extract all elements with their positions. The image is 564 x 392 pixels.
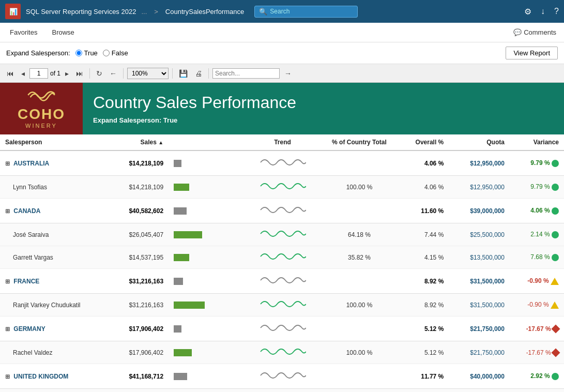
person-bar bbox=[169, 223, 247, 246]
indicator-green bbox=[552, 207, 559, 215]
col-quota: Quota bbox=[449, 134, 510, 150]
country-bar bbox=[169, 199, 247, 223]
comments-button[interactable]: 💬 Comments bbox=[513, 28, 556, 36]
indicator-yellow bbox=[551, 301, 559, 309]
search-icon: 🔍 bbox=[259, 8, 267, 16]
country-name: ⊞ GERMANY bbox=[0, 316, 108, 341]
top-nav: 📊 SQL Server Reporting Services 2022 ...… bbox=[0, 0, 564, 23]
svg-text:📊: 📊 bbox=[9, 7, 18, 16]
person-sales: $17,906,402 bbox=[108, 341, 169, 364]
settings-icon[interactable]: ⚙ bbox=[524, 7, 531, 17]
zoom-select[interactable]: 100% 25% 50% 75% 125% 150% 200% bbox=[127, 68, 169, 79]
logo-graphic bbox=[26, 88, 57, 104]
person-variance: -17.67 % bbox=[510, 341, 564, 364]
country-overall: 4.06 % bbox=[400, 150, 449, 176]
col-sales[interactable]: Sales ▲ bbox=[108, 134, 169, 150]
expand-icon[interactable]: ⊞ bbox=[5, 160, 10, 167]
expand-icon[interactable]: ⊞ bbox=[5, 326, 10, 332]
breadcrumb[interactable]: CountrySalesPerformance bbox=[165, 8, 244, 16]
report-search-input[interactable] bbox=[212, 68, 280, 79]
radio-true[interactable]: True bbox=[75, 49, 98, 57]
person-quota: $25,500,000 bbox=[449, 223, 510, 246]
person-trend bbox=[247, 389, 318, 393]
country-quota: $31,500,000 bbox=[449, 269, 510, 294]
expand-icon[interactable]: ⊞ bbox=[5, 373, 10, 380]
country-trend bbox=[247, 364, 318, 389]
person-quota: $21,750,000 bbox=[449, 341, 510, 364]
param-row: Expand Salesperson: True False View Repo… bbox=[0, 42, 564, 64]
country-bar bbox=[169, 269, 247, 294]
col-overall: Overall % bbox=[400, 134, 449, 150]
comments-icon: 💬 bbox=[513, 28, 522, 36]
app-name: SQL Server Reporting Services 2022 bbox=[26, 8, 136, 16]
country-trend bbox=[247, 316, 318, 341]
radio-false-input[interactable] bbox=[103, 50, 110, 56]
person-overall: 4.06 % bbox=[400, 176, 449, 199]
person-trend bbox=[247, 294, 318, 316]
person-sales: $31,216,163 bbox=[108, 294, 169, 316]
help-icon[interactable]: ? bbox=[554, 7, 559, 16]
person-overall: 4.15 % bbox=[400, 246, 449, 269]
country-label: GERMANY bbox=[13, 325, 45, 333]
prev-page-button[interactable]: ◂ bbox=[19, 68, 27, 79]
radio-false[interactable]: False bbox=[103, 49, 128, 57]
person-country-pct: 100.00 % bbox=[318, 389, 400, 393]
person-sales: $14,537,195 bbox=[108, 246, 169, 269]
search-go-button[interactable]: → bbox=[282, 68, 294, 79]
country-sales: $41,168,712 bbox=[108, 364, 169, 389]
radio-true-input[interactable] bbox=[75, 50, 82, 56]
person-trend bbox=[247, 246, 318, 269]
person-overall: 8.92 % bbox=[400, 294, 449, 316]
country-pct bbox=[318, 199, 400, 223]
data-section: Salesperson Sales ▲ Trend % of Country T… bbox=[0, 134, 564, 392]
last-page-button[interactable]: ⏭ bbox=[73, 68, 86, 79]
table-body: ⊞ AUSTRALIA $14,218,109 4.06 % $12,950,0… bbox=[0, 150, 564, 392]
first-page-button[interactable]: ⏮ bbox=[4, 68, 17, 79]
expand-icon[interactable]: ⊞ bbox=[5, 208, 10, 214]
breadcrumb-sep: > bbox=[154, 8, 158, 16]
next-page-button[interactable]: ▸ bbox=[63, 68, 71, 79]
search-input[interactable] bbox=[270, 8, 353, 15]
save-button[interactable]: 💾 bbox=[176, 68, 190, 79]
logo-winery: WINERY bbox=[25, 123, 57, 129]
country-quota: $21,750,000 bbox=[449, 316, 510, 341]
download-icon[interactable]: ↓ bbox=[541, 7, 545, 16]
country-label: CANADA bbox=[13, 207, 40, 215]
person-sales: $41,168,712 bbox=[108, 389, 169, 393]
report-title-area: Country Sales Performance Expand Salespe… bbox=[83, 85, 307, 132]
indicator-green bbox=[552, 254, 559, 261]
person-name: Lynn Tsofias bbox=[0, 176, 108, 199]
search-box[interactable]: 🔍 bbox=[254, 6, 358, 18]
favorites-link[interactable]: Favorites bbox=[8, 24, 39, 40]
country-name: ⊞ UNITED KINGDOM bbox=[0, 364, 108, 389]
person-country-pct: 35.82 % bbox=[318, 246, 400, 269]
toolbar-sep-2 bbox=[123, 68, 124, 79]
sales-table: Salesperson Sales ▲ Trend % of Country T… bbox=[0, 134, 564, 392]
person-country-pct: 100.00 % bbox=[318, 294, 400, 316]
country-sales: $40,582,602 bbox=[108, 199, 169, 223]
page-number-input[interactable] bbox=[29, 68, 48, 79]
country-name: ⊞ CANADA bbox=[0, 199, 108, 223]
country-bar bbox=[169, 316, 247, 341]
indicator-green bbox=[552, 373, 559, 380]
country-sales: $14,218,109 bbox=[108, 150, 169, 176]
country-variance: 9.79 % bbox=[510, 150, 564, 176]
expand-icon[interactable]: ⊞ bbox=[5, 278, 10, 284]
report-content: COHO WINERY Country Sales Performance Ex… bbox=[0, 83, 564, 392]
report-toolbar: ⏮ ◂ of 1 ▸ ⏭ ↻ ← 100% 25% 50% 75% 125% 1… bbox=[0, 64, 564, 83]
nav-icons: ⚙ ↓ ? bbox=[524, 7, 559, 17]
radio-false-label: False bbox=[112, 49, 128, 57]
logo-coho: COHO bbox=[18, 106, 65, 123]
back-button[interactable]: ← bbox=[107, 68, 119, 79]
print-button[interactable]: 🖨 bbox=[192, 68, 205, 79]
country-variance: -17.67 % bbox=[510, 316, 564, 341]
refresh-button[interactable]: ↻ bbox=[94, 68, 105, 79]
view-report-button[interactable]: View Report bbox=[506, 47, 558, 59]
col-variance: Variance bbox=[510, 134, 564, 150]
report-subtitle-value: True bbox=[163, 116, 177, 124]
indicator-red bbox=[552, 349, 560, 357]
browse-link[interactable]: Browse bbox=[50, 24, 76, 40]
toolbar-sep-4 bbox=[208, 68, 209, 79]
report-subtitle: Expand Salesperson: True bbox=[93, 116, 296, 124]
logo-box: COHO WINERY bbox=[0, 83, 83, 134]
